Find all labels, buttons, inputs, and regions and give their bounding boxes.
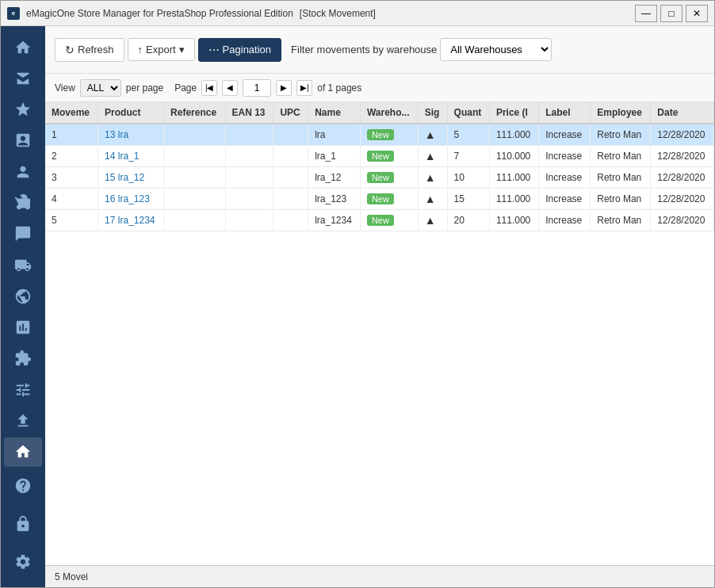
sidebar-item-settings[interactable] bbox=[4, 544, 42, 579]
sidebar-item-lock[interactable] bbox=[4, 506, 42, 541]
app-icon: e bbox=[7, 7, 20, 20]
warehouse-badge: New bbox=[367, 193, 394, 204]
sidebar-item-customers[interactable] bbox=[4, 157, 42, 186]
product-link[interactable]: 16 lra_123 bbox=[105, 193, 150, 204]
maximize-button[interactable]: □ bbox=[660, 5, 682, 22]
cell-reference bbox=[164, 210, 225, 231]
cell-product[interactable]: 14 lra_1 bbox=[98, 146, 164, 167]
sidebar-item-plugins[interactable] bbox=[4, 344, 42, 373]
cell-reference bbox=[164, 146, 225, 167]
sidebar-item-products[interactable] bbox=[4, 188, 42, 217]
cell-product[interactable]: 15 lra_12 bbox=[98, 167, 164, 189]
titlebar-left: e eMagicOne Store Manager for PrestaShop… bbox=[7, 7, 376, 20]
cell-reference bbox=[164, 124, 225, 146]
sidebar-item-filters[interactable] bbox=[4, 375, 42, 404]
cell-quantity: 15 bbox=[447, 189, 489, 210]
per-page-select[interactable]: ALL 10 25 50 bbox=[80, 79, 121, 97]
cell-date: 12/28/2020 bbox=[651, 167, 714, 189]
pagination-button[interactable]: ⋯ Pagination bbox=[198, 38, 281, 62]
close-button[interactable]: ✕ bbox=[686, 5, 708, 22]
last-page-button[interactable]: ▶| bbox=[296, 80, 312, 96]
first-page-button[interactable]: |◀ bbox=[201, 80, 217, 96]
cell-product[interactable]: 17 lra_1234 bbox=[98, 210, 164, 231]
titlebar-controls: — □ ✕ bbox=[635, 5, 708, 22]
col-price: Price (I bbox=[489, 102, 538, 124]
minimize-button[interactable]: — bbox=[635, 5, 657, 22]
cell-ean13 bbox=[225, 124, 273, 146]
cell-warehouse: New bbox=[360, 189, 418, 210]
titlebar-app-name: eMagicOne Store Manager for PrestaShop P… bbox=[26, 8, 293, 19]
sidebar-item-reports[interactable] bbox=[4, 313, 42, 342]
cell-ean13 bbox=[225, 189, 273, 210]
table-row[interactable]: 2 14 lra_1 lra_1 New ▲ 7 110.000 Increas… bbox=[45, 146, 714, 167]
product-link[interactable]: 17 lra_1234 bbox=[105, 215, 155, 226]
lock-icon bbox=[14, 515, 32, 533]
titlebar: e eMagicOne Store Manager for PrestaShop… bbox=[1, 1, 714, 26]
table-row[interactable]: 3 15 lra_12 lra_12 New ▲ 10 111.000 Incr… bbox=[45, 167, 714, 189]
status-text: 5 Movei bbox=[55, 571, 88, 582]
sidebar-item-warehouse[interactable] bbox=[4, 437, 42, 467]
cell-ean13 bbox=[225, 167, 273, 189]
messages-icon bbox=[14, 225, 32, 242]
pagination-label: Pagination bbox=[223, 44, 271, 55]
table-row[interactable]: 4 16 lra_123 lra_123 New ▲ 15 111.000 In… bbox=[45, 189, 714, 210]
cell-reference bbox=[164, 167, 225, 189]
next-page-button[interactable]: ▶ bbox=[276, 80, 292, 96]
sidebar-item-orders[interactable] bbox=[4, 126, 42, 155]
cell-name: lra_12 bbox=[308, 167, 361, 189]
help-icon bbox=[14, 477, 32, 494]
sidebar-item-favorites[interactable] bbox=[4, 95, 42, 124]
customers-icon bbox=[14, 163, 32, 181]
sidebar-item-store[interactable] bbox=[4, 63, 42, 93]
page-number-input[interactable] bbox=[243, 79, 271, 97]
table-row[interactable]: 5 17 lra_1234 lra_1234 New ▲ 20 111.000 … bbox=[45, 210, 714, 231]
page-label: Page bbox=[174, 82, 197, 94]
refresh-button[interactable]: Refresh bbox=[55, 38, 124, 62]
cell-id: 2 bbox=[45, 146, 98, 167]
plugins-icon bbox=[14, 349, 32, 367]
cell-quantity: 5 bbox=[447, 124, 489, 146]
product-link[interactable]: 15 lra_12 bbox=[105, 172, 144, 183]
star-icon bbox=[14, 101, 32, 118]
sig-arrow: ▲ bbox=[425, 171, 436, 184]
cell-price: 110.000 bbox=[489, 146, 538, 167]
settings-icon bbox=[14, 553, 32, 571]
cell-product[interactable]: 16 lra_123 bbox=[98, 189, 164, 210]
statusbar: 5 Movei bbox=[45, 565, 714, 587]
table-area: Moveme Product Reference EAN 13 UPC Name… bbox=[45, 102, 714, 565]
product-link[interactable]: 13 lra bbox=[105, 129, 128, 140]
sidebar-item-shipping[interactable] bbox=[4, 250, 42, 280]
shipping-icon bbox=[14, 257, 32, 274]
col-reference: Reference bbox=[164, 102, 225, 124]
warehouse-badge: New bbox=[367, 215, 394, 226]
sidebar-item-upload[interactable] bbox=[4, 406, 42, 435]
warehouse-badge: New bbox=[367, 172, 394, 183]
sidebar-item-messages[interactable] bbox=[4, 220, 42, 249]
cell-quantity: 20 bbox=[447, 210, 489, 231]
reports-icon bbox=[14, 319, 32, 336]
cell-product[interactable]: 13 lra bbox=[98, 124, 164, 146]
cell-ean13 bbox=[225, 146, 273, 167]
export-dropdown-icon: ▾ bbox=[179, 44, 185, 55]
cell-price: 111.000 bbox=[489, 124, 538, 146]
cell-id: 4 bbox=[45, 189, 98, 210]
sidebar-item-help[interactable] bbox=[4, 468, 42, 503]
prev-page-button[interactable]: ◀ bbox=[222, 80, 238, 96]
table-header-row: Moveme Product Reference EAN 13 UPC Name… bbox=[45, 102, 714, 124]
cell-upc bbox=[273, 210, 308, 231]
sidebar-item-home[interactable] bbox=[4, 32, 42, 62]
sidebar-item-global[interactable] bbox=[4, 281, 42, 311]
product-link[interactable]: 14 lra_1 bbox=[105, 151, 139, 162]
cell-ean13 bbox=[225, 210, 273, 231]
col-ean13: EAN 13 bbox=[225, 102, 273, 124]
col-label: Label bbox=[539, 102, 591, 124]
cell-sig: ▲ bbox=[418, 146, 447, 167]
table-row[interactable]: 1 13 lra lra New ▲ 5 111.000 Increase Re… bbox=[45, 124, 714, 146]
col-date: Date bbox=[651, 102, 714, 124]
warehouse-icon bbox=[14, 443, 32, 460]
store-icon bbox=[14, 70, 32, 87]
warehouse-filter-select[interactable]: All Warehouses bbox=[440, 38, 552, 61]
col-employee: Employee bbox=[591, 102, 651, 124]
export-button[interactable]: Export ▾ bbox=[128, 38, 195, 61]
sidebar-bottom bbox=[4, 468, 42, 587]
